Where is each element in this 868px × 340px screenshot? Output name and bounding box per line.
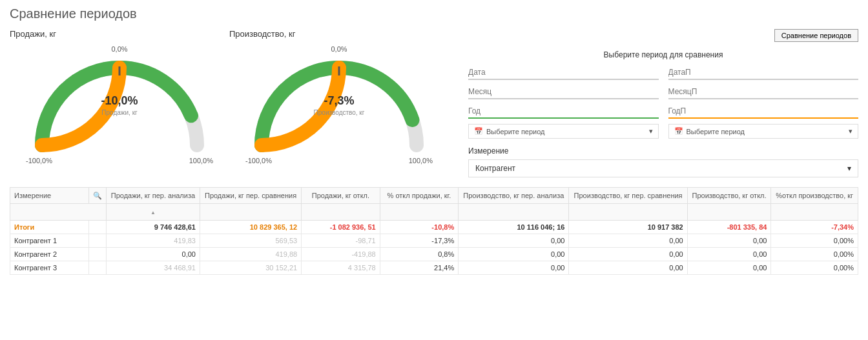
table-wrapper: Измерение 🔍 Продажи, кг пер. анализа Про…: [10, 187, 858, 275]
row3-name: Контрагент 3: [10, 261, 89, 274]
row1-prod-pct: 0,00%: [771, 234, 858, 247]
period-dropdown-1[interactable]: 📅 Выберите период ▾: [468, 124, 659, 139]
row2-sales-analysis: 0,00: [106, 247, 200, 261]
row1-sales-diff: -98,71: [302, 234, 380, 247]
row2-prod-diff: 0,00: [687, 247, 771, 261]
row3-prod-compare: 0,00: [569, 261, 687, 274]
page-title: Сравнение периодов: [10, 6, 858, 21]
production-center-label: Производство, кг: [314, 109, 365, 116]
sort-arrow-7: [687, 204, 771, 220]
sales-donut-wrapper: 0,0% -10,0% Продажи, кг: [23, 42, 216, 171]
row3-prod-pct: 0,00%: [771, 261, 858, 274]
month-input[interactable]: [468, 85, 659, 99]
sales-center-pct: -10,0%: [101, 94, 138, 108]
row3-sales-compare: 30 152,21: [200, 261, 301, 274]
top-section: Продажи, кг 0,0% -10,0%: [10, 29, 858, 177]
sales-label-right: 100,0%: [189, 157, 213, 165]
monthp-field-group: [668, 85, 859, 99]
row2-sales-compare: 419,88: [200, 247, 301, 261]
chevron-down-icon-2: ▾: [849, 127, 852, 135]
sort-arrow-3: [302, 204, 380, 220]
year-fields-row: [468, 105, 858, 119]
charts-area: Продажи, кг 0,0% -10,0%: [10, 29, 449, 177]
totals-row: Итоги 9 746 428,61 10 829 365, 12 -1 082…: [10, 220, 858, 234]
period-dropdowns: 📅 Выберите период ▾ 📅 Выберите период ▾: [468, 124, 858, 139]
year-input[interactable]: [468, 105, 659, 119]
totals-sales-analysis: 9 746 428,61: [106, 220, 200, 234]
row3-sales-analysis: 34 468,91: [106, 261, 200, 274]
row2-empty: [88, 247, 106, 261]
production-label-left: -100,0%: [245, 157, 272, 165]
sort-arrow-6: [569, 204, 687, 220]
chevron-down-icon-1: ▾: [649, 127, 653, 135]
row1-empty: [88, 234, 106, 247]
col-dimension: Измерение: [10, 188, 89, 204]
col-sales-diff: Продажи, кг откл.: [302, 188, 380, 204]
production-label-right: 100,0%: [409, 157, 433, 165]
totals-sales-diff: -1 082 936, 51: [302, 220, 380, 234]
date-input[interactable]: [468, 66, 659, 80]
sales-chart-title: Продажи, кг: [10, 29, 229, 39]
right-panel: Сравнение периодов Выберите период для с…: [455, 29, 858, 177]
totals-sales-pct: -10,8%: [380, 220, 459, 234]
row2-name: Контрагент 2: [10, 247, 89, 261]
period-dropdown-2-label: Выберите период: [687, 128, 745, 135]
row1-name: Контрагент 1: [10, 234, 89, 247]
yearp-input[interactable]: [668, 105, 859, 119]
totals-prod-analysis: 10 116 046; 16: [459, 220, 569, 234]
col-sales-compare: Продажи, кг пер. сравнения: [200, 188, 301, 204]
datep-field-group: [668, 66, 859, 80]
dimension-select[interactable]: Контрагент ▾: [468, 159, 858, 177]
totals-prod-pct: -7,34%: [771, 220, 858, 234]
select-period-label: Выберите период для сравнения: [468, 50, 858, 59]
table-row: Контрагент 2 0,00 419,88 -419,88 0,8% 0,…: [10, 247, 858, 261]
production-label-top: 0,0%: [331, 45, 347, 53]
production-donut-wrapper: 0,0% -7,3% Производство, кг -100,0% 100,…: [242, 42, 436, 171]
dimension-value: Контрагент: [475, 164, 515, 173]
totals-search-cell: [88, 220, 106, 234]
dimension-label: Измерение: [468, 146, 858, 155]
sales-chart-block: Продажи, кг 0,0% -10,0%: [10, 29, 229, 177]
row3-sales-pct: 21,4%: [380, 261, 459, 274]
month-field-group: [468, 85, 659, 99]
sales-center-label: Продажи, кг: [101, 109, 138, 116]
totals-sales-compare: 10 829 365, 12: [200, 220, 301, 234]
sort-arrow-8: [771, 204, 858, 220]
row2-sales-pct: 0,8%: [380, 247, 459, 261]
col-prod-pct: %откл производство, кг: [771, 188, 858, 204]
table-row: Контрагент 3 34 468,91 30 152,21 4 315,7…: [10, 261, 858, 274]
yearp-field-group: [668, 105, 859, 119]
calendar-icon-1: 📅: [474, 127, 483, 135]
col-search[interactable]: 🔍: [88, 188, 106, 204]
datep-input[interactable]: [668, 66, 859, 80]
compare-periods-button[interactable]: Сравнение периодов: [774, 29, 858, 42]
calendar-icon-2: 📅: [674, 127, 683, 135]
month-fields-row: [468, 85, 858, 99]
row2-sales-diff: -419,88: [302, 247, 380, 261]
chevron-down-icon-dimension: ▾: [847, 164, 851, 173]
sales-label-top: 0,0%: [111, 45, 127, 53]
sort-arrow-4: [380, 204, 459, 220]
sales-center-text: -10,0% Продажи, кг: [101, 94, 138, 116]
sales-label-left: -100,0%: [26, 157, 52, 165]
col-sales-pct: % откл продажи, кг.: [380, 188, 459, 204]
period-dropdown-2[interactable]: 📅 Выберите период ▾: [668, 124, 859, 139]
col-prod-diff: Производство, кг откл.: [687, 188, 771, 204]
totals-prod-diff: -801 335, 84: [687, 220, 771, 234]
production-center-pct: -7,3%: [314, 94, 365, 108]
row2-prod-compare: 0,00: [569, 247, 687, 261]
row3-prod-analysis: 0,00: [459, 261, 569, 274]
page-container: Сравнение периодов Продажи, кг 0,0%: [0, 0, 868, 340]
sort-row-spacer: [10, 204, 107, 220]
row1-sales-compare: 569,53: [200, 234, 301, 247]
production-center-text: -7,3% Производство, кг: [314, 94, 365, 116]
row1-sales-analysis: 419,83: [106, 234, 200, 247]
col-prod-analysis: Производство, кг пер. анализа: [459, 188, 569, 204]
sort-arrow-1[interactable]: ▲: [106, 204, 200, 220]
sort-arrow-5: [459, 204, 569, 220]
row2-prod-pct: 0,00%: [771, 247, 858, 261]
date-fields-row: [468, 66, 858, 80]
monthp-input[interactable]: [668, 85, 859, 99]
totals-label: Итоги: [10, 220, 89, 234]
row1-prod-diff: 0,00: [687, 234, 771, 247]
